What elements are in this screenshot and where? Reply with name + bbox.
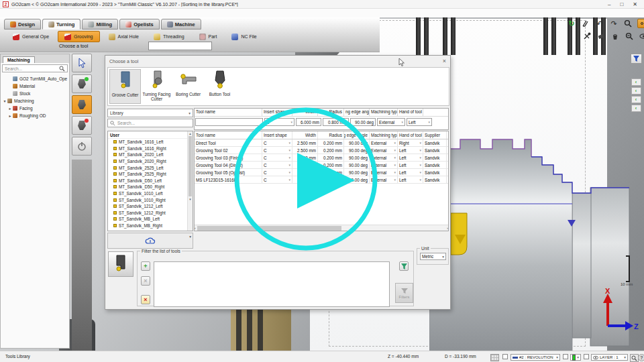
eye-icon[interactable] [639, 32, 644, 41]
tree-item[interactable]: Material [2, 82, 69, 90]
unit-select[interactable]: Metric ▾ [420, 253, 446, 260]
library-list-item[interactable]: MT_Sandvik_1616_Left [108, 139, 193, 145]
cell-insert-shape[interactable]: C [262, 169, 292, 176]
tree-item[interactable]: GO2 TurnMill_Auto_Ope [2, 75, 69, 82]
library-search-input[interactable]: Search... [107, 119, 193, 127]
library-list-item[interactable]: ST_Sandvik_1212_Left [108, 203, 193, 210]
library-list-item[interactable]: MT_Sandvik_2020_Right [108, 158, 193, 165]
maximize-button[interactable]: □ [620, 1, 623, 7]
dialog-close-icon[interactable]: × [443, 58, 446, 64]
color-checkbox[interactable] [563, 354, 568, 359]
cell-hand[interactable]: Left [398, 147, 423, 154]
col-header[interactable]: Machining typ [370, 131, 398, 139]
add-filter-button[interactable]: + [141, 261, 150, 271]
col-header[interactable]: Hand of tool [398, 131, 423, 139]
cell-hand[interactable]: Left [398, 176, 423, 183]
tooltype-turning-facing-cutter[interactable]: Turning Facing Cutter [141, 69, 172, 104]
library-list-item[interactable]: MT_Sandvik_D50_Left [108, 178, 193, 184]
redo-icon[interactable]: ↷ [609, 19, 619, 28]
tools-icon[interactable] [582, 32, 592, 41]
tool-table-row[interactable]: Grooving Tool 05 (Opelist) C 0.400 mm 90… [195, 169, 448, 176]
ribbon-subtab[interactable]: General Ope [7, 31, 55, 42]
filter-hand-select[interactable]: Left [407, 118, 432, 126]
revolution-checkbox[interactable] [502, 354, 508, 359]
revolution-select[interactable]: #2 : REVOLUTION ▾ [511, 354, 560, 361]
dock-tool-button[interactable]: ‹ [631, 87, 641, 95]
cell-machining-type[interactable]: External [370, 154, 398, 161]
apply-filter-button[interactable] [399, 261, 409, 271]
dock-tool-button[interactable]: ‹ [631, 105, 641, 112]
minimize-button[interactable]: – [608, 1, 610, 7]
cell-hand[interactable]: Right [398, 139, 423, 146]
filter-insert-shape-select[interactable]: C [264, 118, 294, 126]
tab-machining[interactable]: Machining [3, 56, 35, 63]
tree-expander-icon[interactable]: ▸ [7, 106, 13, 111]
col-header[interactable]: Insert shape [262, 131, 292, 139]
col-header[interactable]: Radius [318, 131, 344, 139]
cell-insert-shape[interactable]: C [262, 147, 292, 154]
ribbon-subtab[interactable]: Axial Hole [103, 31, 146, 42]
tool-table-row[interactable]: MS LF123D15-1616B C 90.00 deg External L… [195, 176, 448, 184]
zoom-icon[interactable] [623, 19, 633, 28]
ribbon-tab[interactable]: Turning [42, 19, 80, 29]
cell-machining-type[interactable]: External [370, 176, 398, 183]
cell-insert-shape[interactable]: C [262, 162, 292, 168]
col-header[interactable]: Supplier [423, 131, 447, 139]
library-list-item[interactable]: ST_Sandvik_1010_Right [108, 196, 193, 203]
import-dropdown-icon[interactable]: ▾ [189, 235, 191, 239]
cell-machining-type[interactable]: External [370, 162, 398, 168]
tool-table-row[interactable]: Grooving Tool 04 (Direct) C 0.200 mm 90.… [195, 162, 448, 169]
library-scrollbar[interactable]: ▴▾ [187, 131, 193, 231]
ribbon-tab[interactable]: Milling [82, 19, 118, 29]
table-h-scrollbar[interactable]: ‹› [195, 225, 448, 231]
col-header[interactable]: Radius [318, 109, 344, 116]
grid-toggle-button[interactable] [490, 354, 499, 361]
library-list-item[interactable]: MT_Sandvik_2525_Right [108, 171, 193, 178]
cell-machining-type[interactable]: External [370, 139, 398, 146]
tool-remove-button[interactable] [72, 116, 92, 135]
col-header[interactable]: ng edge angle [344, 109, 370, 116]
power-button[interactable] [72, 137, 92, 156]
cell-hand[interactable]: Left [398, 162, 423, 168]
tree-item[interactable]: ▸ Roughing OD [2, 112, 69, 119]
tool-table-row[interactable]: Grooving Tool 02 C 2.500 mm 0.200 mm 90.… [195, 147, 448, 154]
close-button[interactable]: ✕ [633, 1, 637, 7]
filter-width-input[interactable]: 6.000 mm [296, 118, 321, 126]
filter-panel-button[interactable] [631, 54, 642, 64]
tree-expander-icon[interactable]: ▾ [2, 99, 7, 103]
ribbon-subtab[interactable]: Threading [148, 31, 191, 42]
library-import-bar[interactable]: ▾ [107, 233, 193, 249]
ribbon-subtab[interactable]: Part [193, 31, 223, 42]
col-header[interactable]: Tool name [195, 109, 262, 116]
color-swatch-select[interactable]: ▾ [570, 354, 581, 361]
choose-tool-input[interactable] [148, 42, 212, 50]
delete-all-filters-button[interactable]: × [141, 295, 150, 304]
tree-expander-icon[interactable]: ▸ [7, 113, 13, 118]
filter-criteria-list[interactable] [154, 261, 390, 307]
caliper-icon[interactable] [581, 19, 590, 28]
dock-collapse-button[interactable]: ‹ [631, 78, 641, 86]
col-header[interactable]: ng edge angle [344, 131, 370, 139]
layer-checkbox[interactable] [584, 354, 589, 359]
dock-tool-button[interactable]: ‹ [631, 96, 641, 103]
tree-search-input[interactable]: Search... [2, 64, 68, 72]
ribbon-subtab[interactable]: Grooving [58, 31, 99, 42]
cell-hand[interactable]: Left [398, 169, 423, 176]
tooltype-button-tool[interactable]: Button Tool [204, 69, 235, 104]
filter-machining-select[interactable]: External [377, 118, 405, 126]
tooltype-boring-cutter[interactable]: Boring Cutter [172, 69, 204, 104]
cell-machining-type[interactable]: External [370, 169, 398, 176]
tree-item[interactable]: ▾ Machining [2, 97, 69, 105]
cell-insert-shape[interactable]: C [262, 154, 292, 161]
col-header[interactable]: Machining typ [370, 109, 398, 116]
cell-insert-shape[interactable]: C [262, 176, 292, 183]
filter-radius-input[interactable]: 0.800 mm [323, 118, 349, 126]
help-button[interactable]: ? [638, 354, 644, 361]
undo-icon[interactable]: ↶ [595, 19, 604, 28]
tool-edit-button[interactable] [72, 95, 92, 114]
library-group-header[interactable]: User ▴ [108, 131, 193, 139]
library-list-item[interactable]: MT_Sandvik_2020_Left [108, 152, 193, 158]
cell-machining-type[interactable]: External [370, 147, 398, 154]
tree-item[interactable]: ▸ Facing [2, 105, 69, 112]
col-header[interactable]: Hand of tool [398, 109, 423, 116]
